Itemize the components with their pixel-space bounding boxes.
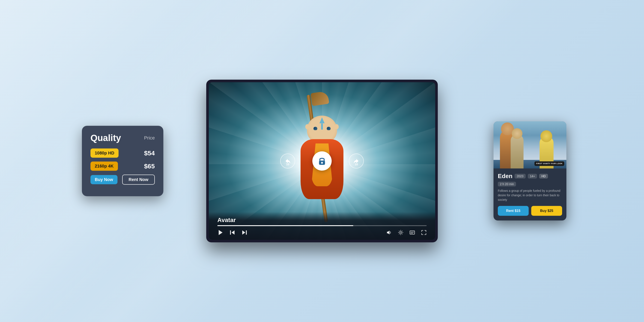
controls-row: [218, 229, 426, 235]
eden-actions: Rent $15 Buy $25: [498, 206, 562, 216]
aang-eye-left: [314, 127, 317, 130]
quality-panel: Quality Price 1080p HD $54 2160p 4K $65 …: [82, 126, 163, 196]
scene-container: 10 10: [65, 22, 579, 300]
badge-1080p: 1080p HD: [90, 149, 118, 158]
svg-marker-8: [387, 231, 390, 234]
controls-left: [218, 229, 248, 235]
eden-person-2: [511, 134, 524, 168]
skip-back-button[interactable]: [230, 229, 236, 235]
controls-right: [386, 230, 426, 235]
quality-row-actions: Buy Now Rent Now: [90, 175, 155, 185]
quality-header: Quality Price: [90, 134, 155, 143]
forward-button[interactable]: 10: [349, 154, 364, 168]
aang-ear-right: [334, 124, 339, 129]
subtitles-button[interactable]: [410, 230, 415, 235]
buy-now-button[interactable]: Buy Now: [90, 175, 118, 184]
rent-now-button[interactable]: Rent Now: [122, 175, 155, 185]
aang-eye-right: [327, 127, 330, 130]
progress-bar[interactable]: [218, 225, 426, 226]
lock-button[interactable]: [312, 151, 332, 171]
eden-title: Eden: [498, 173, 512, 180]
play-button[interactable]: [218, 229, 224, 235]
rewind-button[interactable]: 10: [280, 154, 295, 168]
svg-point-9: [400, 232, 402, 233]
price-label: Price: [144, 135, 155, 141]
movie-title: Avatar: [218, 217, 426, 223]
eden-quality: HD: [539, 174, 548, 178]
eden-rating: 14+: [528, 174, 537, 178]
settings-button[interactable]: [398, 230, 404, 235]
quality-row-1080p: 1080p HD $54: [90, 149, 155, 158]
eden-rent-button[interactable]: Rent $15: [498, 206, 529, 216]
svg-rect-2: [322, 163, 322, 164]
forward-seconds: 10: [355, 163, 358, 166]
svg-marker-5: [232, 230, 234, 235]
eden-duration: 2 h 20 min: [498, 182, 516, 186]
svg-marker-7: [242, 230, 245, 235]
eden-buy-button[interactable]: Buy $25: [531, 206, 562, 216]
badge-4k: 2160p 4K: [90, 162, 118, 171]
eden-year: 2023: [514, 174, 526, 178]
eden-title-row: Eden 2023 14+ HD 2 h 20 min: [498, 173, 562, 186]
svg-rect-4: [230, 230, 231, 235]
eden-info: Eden 2023 14+ HD 2 h 20 min Follows a gr…: [494, 168, 566, 220]
svg-rect-10: [410, 231, 414, 234]
skip-forward-button[interactable]: [242, 229, 248, 235]
vanity-fair-badge: FIRST VANITY FAIR LOOK: [534, 161, 564, 166]
quality-title: Quality: [90, 134, 121, 143]
svg-marker-3: [219, 230, 222, 235]
tv-frame: 10 10: [206, 80, 438, 242]
eden-description: Follows a group of people fueled by a pr…: [498, 189, 562, 202]
aang-eyes: [314, 127, 330, 130]
aang-ear-left: [305, 124, 310, 129]
aang-arrow: [320, 117, 324, 123]
playback-bar: Avatar: [209, 212, 435, 240]
quality-row-4k: 2160p 4K $65: [90, 162, 155, 171]
eden-image: FIRST VANITY FAIR LOOK: [494, 121, 566, 168]
volume-button[interactable]: [386, 230, 392, 235]
tv-screen: 10 10: [209, 82, 435, 240]
price-1080p: $54: [144, 150, 155, 157]
price-4k: $65: [144, 162, 155, 170]
fullscreen-button[interactable]: [421, 230, 426, 235]
progress-bar-fill: [218, 225, 353, 226]
center-controls: 10 10: [280, 151, 364, 171]
eden-panel: FIRST VANITY FAIR LOOK Eden 2023 14+ HD …: [494, 121, 566, 220]
svg-rect-6: [246, 230, 247, 235]
rewind-seconds: 10: [286, 163, 289, 166]
